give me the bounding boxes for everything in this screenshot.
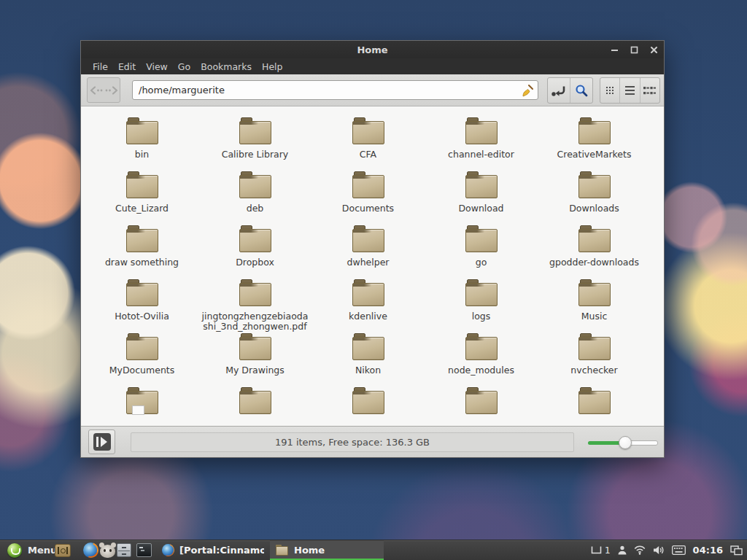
minimize-button[interactable] bbox=[609, 44, 619, 55]
folder-item[interactable]: node_modules bbox=[425, 333, 538, 378]
workspace-indicator[interactable]: 1 bbox=[591, 545, 611, 556]
location-input[interactable]: /home/marguerite bbox=[132, 80, 538, 100]
folder-icon bbox=[465, 387, 498, 414]
forward-button[interactable] bbox=[104, 85, 119, 96]
folder-icon bbox=[239, 117, 272, 144]
folder-item[interactable] bbox=[538, 387, 651, 427]
folder-item[interactable] bbox=[425, 387, 538, 427]
window-title-label: [Portal:Cinnamon/S... bbox=[179, 545, 264, 556]
folder-item[interactable]: draw something bbox=[85, 225, 198, 270]
folder-item[interactable]: CFA bbox=[311, 117, 425, 162]
menu-help[interactable]: Help bbox=[257, 60, 288, 74]
back-icon bbox=[89, 85, 104, 96]
window-title-label: Home bbox=[294, 545, 325, 556]
folder-icon bbox=[352, 279, 385, 306]
folder-label: Dropbox bbox=[236, 257, 274, 268]
folder-label: My Drawings bbox=[225, 365, 285, 376]
folder-item[interactable]: jingtongzhengzebiaodashi_3nd_zhongwen.pd… bbox=[198, 279, 311, 332]
close-button[interactable] bbox=[649, 44, 659, 55]
folder-item[interactable]: kdenlive bbox=[311, 279, 425, 324]
folder-item[interactable]: My Drawings bbox=[198, 333, 311, 378]
titlebar[interactable]: Home bbox=[81, 41, 664, 58]
folder-item[interactable]: Calibre Library bbox=[198, 117, 311, 162]
clock[interactable]: 04:16 bbox=[693, 545, 723, 556]
window-switcher-icon bbox=[730, 545, 743, 556]
grid-view-button[interactable] bbox=[600, 78, 619, 103]
folder-icon bbox=[352, 333, 385, 360]
folder-item[interactable] bbox=[198, 387, 311, 427]
location-tools-group bbox=[547, 77, 593, 104]
menu-go[interactable]: Go bbox=[173, 60, 196, 74]
menu-bookmarks[interactable]: Bookmarks bbox=[196, 60, 257, 74]
taskbar-window-button[interactable]: [Portal:Cinnamon/S... bbox=[156, 540, 270, 560]
folder-label: dwhelper bbox=[347, 257, 389, 268]
clear-path-icon[interactable] bbox=[521, 84, 534, 97]
menu-edit[interactable]: Edit bbox=[113, 60, 141, 74]
folder-item[interactable]: Nikon bbox=[311, 333, 425, 378]
folder-item[interactable]: Download bbox=[425, 171, 538, 216]
folder-item[interactable]: Dropbox bbox=[198, 225, 311, 270]
user-icon bbox=[618, 545, 627, 555]
back-button[interactable] bbox=[88, 85, 104, 96]
folder-item[interactable]: Hotot-Ovilia bbox=[85, 279, 198, 324]
compact-view-button[interactable] bbox=[640, 78, 659, 103]
folder-item[interactable]: gpodder-downloads bbox=[538, 225, 651, 270]
firefox-icon[interactable] bbox=[83, 542, 98, 558]
folder-icon bbox=[125, 387, 159, 414]
search-button[interactable] bbox=[570, 78, 592, 103]
folder-label: draw something bbox=[105, 257, 179, 268]
menubar: FileEditViewGoBookmarksHelp bbox=[81, 58, 664, 74]
folder-icon bbox=[125, 279, 159, 306]
folder-item[interactable] bbox=[311, 387, 425, 427]
folder-label: bin bbox=[135, 149, 149, 160]
volume-applet[interactable] bbox=[653, 545, 665, 555]
forward-icon bbox=[104, 85, 119, 96]
folder-item[interactable]: Downloads bbox=[538, 171, 651, 216]
gimp-icon[interactable] bbox=[100, 545, 115, 558]
folder-icon bbox=[352, 225, 385, 252]
menu-view[interactable]: View bbox=[141, 60, 173, 74]
screenshot-icon[interactable] bbox=[55, 544, 71, 557]
folder-item[interactable]: Music bbox=[538, 279, 651, 324]
folder-item[interactable]: bin bbox=[85, 117, 198, 162]
folder-icon bbox=[578, 117, 611, 144]
keyboard-icon bbox=[672, 545, 686, 555]
zoom-slider-handle[interactable] bbox=[619, 436, 632, 449]
keyboard-applet[interactable] bbox=[672, 545, 686, 555]
terminal-icon[interactable] bbox=[136, 543, 152, 557]
menu-label: Menu bbox=[28, 545, 57, 556]
folder-icon bbox=[352, 387, 385, 414]
file-manager-icon[interactable] bbox=[117, 543, 131, 557]
toggle-location-button[interactable] bbox=[548, 78, 570, 103]
folder-label: Cute_Lizard bbox=[115, 203, 169, 214]
menu-file[interactable]: File bbox=[88, 60, 113, 74]
folder-label: nvchecker bbox=[570, 365, 617, 376]
sidebar-toggle-button[interactable] bbox=[88, 429, 115, 454]
network-applet[interactable] bbox=[634, 545, 646, 555]
folder-item[interactable]: channel-editor bbox=[425, 117, 538, 162]
folder-icon bbox=[465, 171, 498, 198]
folder-label: Downloads bbox=[569, 203, 619, 214]
folder-label: Hotot-Ovilia bbox=[115, 311, 169, 322]
file-grid[interactable]: bin Calibre Library CFA channel-editor bbox=[81, 106, 664, 427]
folder-item[interactable]: go bbox=[425, 225, 538, 270]
zoom-slider[interactable] bbox=[588, 436, 658, 449]
folder-item[interactable]: nvchecker bbox=[538, 333, 651, 378]
folder-item[interactable]: logs bbox=[425, 279, 538, 324]
folder-item[interactable]: dwhelper bbox=[311, 225, 425, 270]
status-text: 191 items, Free space: 136.3 GB bbox=[131, 432, 574, 452]
folder-item[interactable]: Cute_Lizard bbox=[85, 171, 198, 216]
window-title: Home bbox=[357, 44, 387, 55]
folder-item[interactable]: MyDocuments bbox=[85, 333, 198, 378]
folder-item[interactable] bbox=[85, 387, 198, 427]
window-switcher[interactable] bbox=[730, 545, 743, 556]
user-applet[interactable] bbox=[618, 545, 627, 555]
folder-item[interactable]: Documents bbox=[311, 171, 425, 216]
list-view-button[interactable] bbox=[619, 78, 639, 103]
maximize-button[interactable] bbox=[629, 44, 639, 55]
taskbar-window-button[interactable]: Home bbox=[270, 540, 384, 560]
folder-icon bbox=[352, 117, 385, 144]
folder-icon bbox=[578, 171, 611, 198]
folder-item[interactable]: CreativeMarkets bbox=[538, 117, 651, 162]
folder-item[interactable]: deb bbox=[198, 171, 311, 216]
